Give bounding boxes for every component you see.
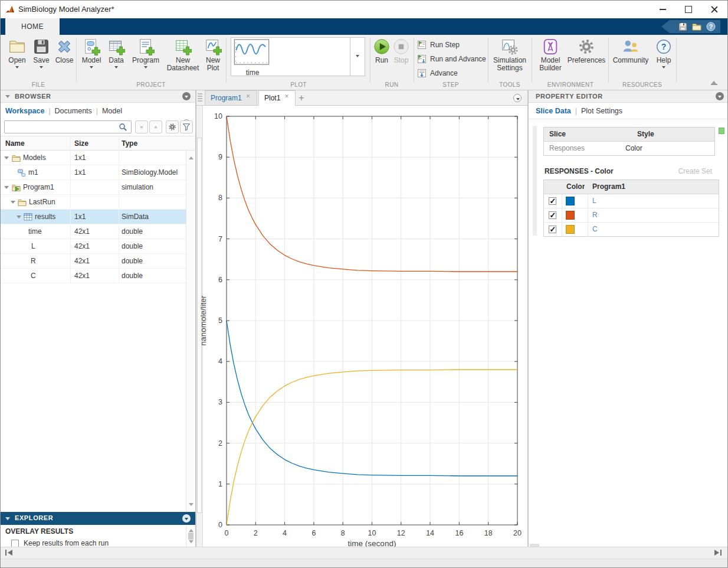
expand-arrow-icon[interactable]: [11, 201, 15, 206]
close-tab-icon[interactable]: [284, 96, 290, 101]
response-checkbox[interactable]: [549, 197, 556, 205]
run-button[interactable]: Run: [372, 38, 391, 64]
quick-help-icon[interactable]: ?: [706, 22, 716, 31]
tab-model[interactable]: Model: [102, 107, 122, 115]
minimize-pane-icon[interactable]: [716, 92, 724, 100]
tab-plot-settings[interactable]: Plot Settings: [581, 107, 622, 115]
quick-save-icon[interactable]: [678, 22, 687, 31]
data-button[interactable]: Data: [106, 38, 127, 70]
table-row-C[interactable]: C 42x1 double: [1, 269, 186, 283]
collapse-triangle-icon: [5, 517, 10, 523]
new-plot-button[interactable]: New Plot: [202, 38, 224, 72]
tab-documents[interactable]: Documents: [55, 107, 92, 115]
table-row-lastrun[interactable]: LastRun: [1, 195, 186, 210]
browser-grid-header[interactable]: Name Size Type: [1, 136, 195, 151]
tabbar-grip-icon[interactable]: [198, 93, 202, 103]
table-row-m1[interactable]: m1 1x1 SimBiology.Model: [1, 165, 186, 180]
pane-grip[interactable]: [533, 126, 537, 236]
slice-table-header: Slice Style: [544, 128, 714, 142]
search-next-button[interactable]: [135, 120, 148, 133]
create-set-button[interactable]: Create Set: [678, 167, 712, 175]
close-window-button[interactable]: [701, 1, 727, 18]
advance-button[interactable]: Advance: [417, 68, 458, 78]
table-row-L[interactable]: L 42x1 double: [1, 239, 186, 254]
svg-text:?: ?: [709, 24, 713, 30]
search-input[interactable]: [4, 120, 132, 133]
table-row-models[interactable]: Models 1x1: [1, 151, 186, 165]
column-name[interactable]: Name: [5, 136, 25, 151]
tab-slice-data[interactable]: Slice Data: [536, 107, 571, 115]
expand-arrow-icon[interactable]: [17, 216, 21, 221]
tab-plot1[interactable]: Plot1: [258, 90, 296, 106]
community-button[interactable]: Community: [612, 38, 650, 64]
search-settings-button[interactable]: [166, 120, 179, 133]
table-row-program1[interactable]: Program1 simulation: [1, 180, 186, 195]
close-tab-icon[interactable]: [246, 96, 251, 101]
scroll-thumb[interactable]: [188, 533, 194, 540]
search-prev-button[interactable]: [149, 120, 162, 133]
property-editor-header[interactable]: PROPERTY EDITOR: [529, 90, 728, 103]
run-and-advance-button[interactable]: Run and Advance: [417, 54, 486, 64]
tab-options-icon[interactable]: [513, 94, 522, 102]
plot-svg[interactable]: 02468101214161820012345678910time (secon…: [196, 106, 527, 547]
tab-program1[interactable]: Program1: [205, 90, 257, 106]
collapse-right-panel-icon[interactable]: [713, 550, 722, 556]
expand-arrow-icon[interactable]: [4, 156, 9, 162]
explorer-header[interactable]: EXPLORER: [1, 512, 195, 525]
plot-type-time[interactable]: time: [234, 39, 271, 77]
explorer-scrollbar[interactable]: [186, 525, 195, 547]
svg-text:nanomole/liter: nanomole/liter: [199, 295, 208, 345]
response-checkbox[interactable]: [549, 211, 556, 219]
bottom-toolbar: [1, 547, 727, 559]
response-checkbox[interactable]: [549, 226, 556, 233]
minimize-button[interactable]: [650, 1, 675, 18]
gallery-dropdown-button[interactable]: [350, 38, 365, 76]
stop-button[interactable]: Stop: [391, 38, 411, 64]
column-size[interactable]: Size: [74, 136, 88, 151]
open-button[interactable]: Open: [5, 38, 29, 70]
minimize-pane-icon[interactable]: [182, 514, 191, 523]
minimize-pane-icon[interactable]: [182, 92, 191, 100]
help-button[interactable]: ? Help: [652, 38, 675, 70]
preferences-button[interactable]: Preferences: [567, 38, 606, 64]
collapse-ribbon-button[interactable]: [710, 80, 719, 86]
scroll-up-icon[interactable]: [189, 527, 194, 532]
filter-button[interactable]: [180, 120, 193, 133]
browser-header[interactable]: BROWSER: [1, 90, 195, 103]
explorer-title: EXPLORER: [15, 514, 53, 521]
slice-row-responses[interactable]: Responses Color: [544, 142, 714, 156]
table-row-time[interactable]: time 42x1 double: [1, 224, 186, 239]
program-button[interactable]: Program: [129, 38, 162, 70]
response-row-L[interactable]: L: [544, 194, 719, 208]
scroll-down-icon[interactable]: [189, 540, 194, 546]
model-builder-button[interactable]: Model Builder: [535, 38, 566, 72]
save-button[interactable]: Save: [30, 38, 53, 70]
response-row-C[interactable]: C: [544, 223, 719, 237]
keep-results-row[interactable]: Keep results from each run: [11, 539, 109, 547]
quick-open-folder-icon[interactable]: [692, 22, 701, 31]
color-swatch[interactable]: [566, 197, 575, 205]
collapse-left-panel-icon[interactable]: [5, 550, 14, 556]
tab-home[interactable]: HOME: [5, 18, 60, 35]
keep-results-checkbox[interactable]: [11, 540, 19, 547]
new-tab-button[interactable]: +: [296, 92, 307, 104]
table-row-R[interactable]: R 42x1 double: [1, 254, 186, 269]
model-button[interactable]: Model: [80, 38, 103, 70]
scroll-down-icon[interactable]: [189, 503, 194, 508]
close-project-icon: [55, 38, 73, 56]
table-row-results[interactable]: results 1x1 SimData: [1, 210, 186, 224]
run-step-button[interactable]: Run Step: [417, 40, 460, 50]
expand-arrow-icon[interactable]: [4, 186, 9, 191]
color-swatch[interactable]: [566, 225, 575, 234]
column-type[interactable]: Type: [122, 136, 137, 151]
close-button[interactable]: Close: [53, 38, 76, 64]
response-row-R[interactable]: R: [544, 208, 719, 223]
color-swatch[interactable]: [566, 211, 575, 220]
property-editor-tab-bar: Slice Data Plot Settings: [529, 103, 728, 119]
new-datasheet-button[interactable]: New Datasheet: [165, 38, 201, 72]
scroll-up-icon[interactable]: [189, 154, 194, 159]
maximize-button[interactable]: [675, 1, 701, 18]
tab-workspace[interactable]: Workspace: [5, 107, 44, 115]
browser-scrollbar[interactable]: [186, 151, 195, 512]
simulation-settings-button[interactable]: Simulation Settings: [490, 38, 529, 72]
